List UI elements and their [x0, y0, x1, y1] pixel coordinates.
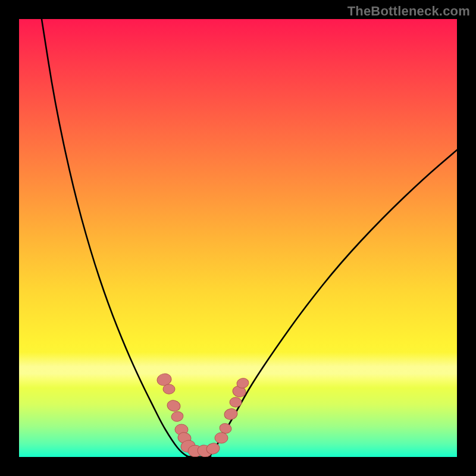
- data-marker: [166, 399, 181, 412]
- chart-frame: TheBottleneck.com: [0, 0, 476, 476]
- data-marker: [163, 384, 175, 394]
- right-curve-path: [209, 150, 457, 457]
- watermark-text: TheBottleneck.com: [347, 4, 470, 19]
- markers-group: [156, 372, 249, 457]
- data-marker: [223, 408, 238, 421]
- chart-svg: [19, 19, 457, 457]
- data-marker: [171, 411, 184, 422]
- data-marker: [215, 433, 228, 443]
- data-marker: [230, 397, 242, 407]
- series-right-curve: [209, 150, 457, 457]
